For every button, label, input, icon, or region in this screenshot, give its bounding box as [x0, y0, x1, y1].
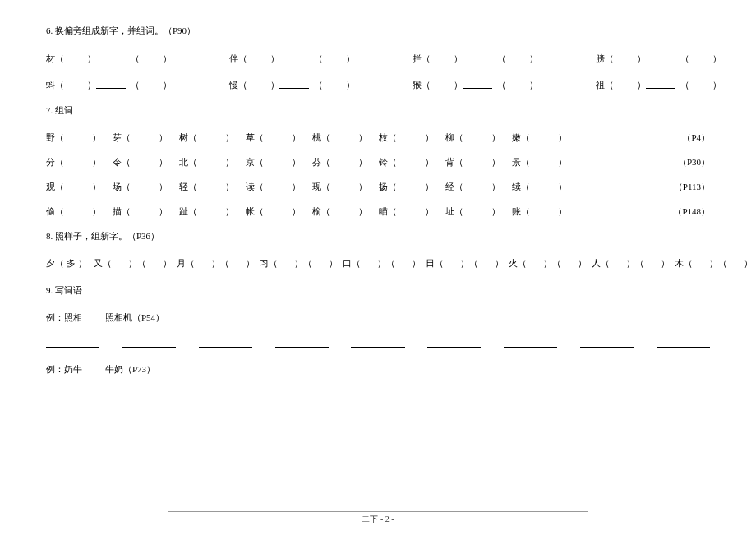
q7-item: 草（）: [246, 133, 312, 142]
blank-underline: [646, 81, 675, 89]
q7-item: 账（）: [512, 207, 567, 216]
q7-item: 场（）: [113, 182, 179, 191]
q7-item: 现（）: [312, 182, 379, 191]
q7-title: 7. 组词: [46, 106, 710, 115]
blank-underline: [46, 391, 99, 399]
q6-item: 蚪（）（）: [46, 80, 172, 90]
q7-item: 偷（）: [46, 207, 113, 216]
q8-item: 日（）（）: [421, 258, 504, 268]
blank-underline: [279, 54, 309, 62]
blank-underline: [122, 391, 176, 399]
blank-underline: [580, 391, 634, 399]
q7-item: 嫩（）: [512, 133, 567, 142]
blank-underline: [504, 391, 557, 399]
blank-underline: [275, 339, 329, 348]
q7-row: 观（）场（）轻（）读（）现（）扬（）经（）续（）（P113）: [46, 182, 710, 191]
q7-item: 瞄（）: [379, 207, 445, 216]
q7-item: 枝（）: [379, 133, 445, 142]
q8-item: 月（）（）: [172, 258, 255, 268]
q7-item: 铃（）: [379, 158, 445, 167]
q7-item: 扬（）: [379, 182, 445, 191]
q6-item: 猴（）（）: [385, 80, 538, 90]
q8-item: 又（）（）: [89, 258, 172, 268]
q7-item: 桃（）: [312, 133, 379, 142]
blank-underline: [279, 81, 309, 89]
q7-item: 芽（）: [113, 133, 179, 142]
q7-item: 读（）: [246, 182, 312, 191]
blank-underline: [275, 391, 329, 399]
q7-row: 偷（）描（）趾（）帐（）榆（）瞄（）址（）账（）（P148）: [46, 207, 710, 216]
q9-example-2: 例：奶牛牛奶（P73）: [46, 365, 710, 374]
q7-row: 野（）芽（）树（）草（）桃（）枝（）柳（）嫩（）（P4）: [46, 133, 710, 142]
q6-item: 伴（）（）: [201, 53, 355, 63]
q7-item: 树（）: [179, 133, 246, 142]
blank-underline: [199, 391, 252, 399]
q7-item: 野（）: [46, 133, 113, 142]
blank-underline: [122, 339, 176, 348]
q8-row: 夕（ 多 ） 又（）（）月（）（）习（）（）口（）（）日（）（）火（）（）人（）…: [46, 259, 710, 268]
q7-row: 分（）令（）北（）京（）芬（）铃（）背（）景（）（P30）: [46, 158, 710, 167]
q7-item: 北（）: [179, 158, 246, 167]
q7-item: 续（）: [512, 182, 567, 191]
q8-item: 口（）（）: [338, 258, 421, 268]
q7-item: 榆（）: [312, 207, 379, 216]
blank-underline: [46, 339, 99, 348]
blank-underline: [199, 339, 252, 348]
q7-item: 京（）: [246, 158, 312, 167]
page-ref: （P113）: [674, 182, 710, 191]
blank-underline: [657, 391, 710, 399]
blank-underline: [646, 54, 675, 62]
q8-title: 8. 照样子，组新字。（P36）: [46, 232, 710, 241]
q7-item: 址（）: [445, 207, 512, 216]
q6-row-2: 蚪（）（） 慢（）（） 猴（）（） 祖（）（）: [46, 80, 710, 90]
blank-underline: [463, 54, 492, 62]
blank-underline: [504, 339, 557, 348]
q9-title: 9. 写词语: [46, 286, 710, 295]
q8-item: 火（）（）: [504, 258, 587, 268]
page-ref: （P4）: [682, 133, 710, 142]
q7-item: 趾（）: [179, 207, 246, 216]
q7-item: 经（）: [445, 182, 512, 191]
blank-underline: [427, 339, 481, 348]
blank-underline: [351, 339, 404, 348]
blank-underline: [427, 391, 481, 399]
q7-item: 帐（）: [246, 207, 312, 216]
q7-item: 芬（）: [312, 158, 379, 167]
q6-item: 膀（）（）: [568, 53, 721, 63]
q8-item: 习（）（）: [255, 258, 338, 268]
q7-item: 描（）: [113, 207, 179, 216]
page-footer: 二下 - 2 -: [0, 511, 756, 523]
q6-row-1: 材（）（） 伴（）（） 拦（）（） 膀（）（）: [46, 53, 710, 63]
q8-item: 木（）（）: [670, 258, 753, 268]
page-ref: （P30）: [678, 158, 710, 167]
q7-item: 分（）: [46, 158, 113, 167]
q8-item: 人（）（）: [587, 258, 670, 268]
blank-underline: [351, 391, 404, 399]
blank-underline: [96, 54, 126, 62]
q6-title: 6. 换偏旁组成新字，并组词。（P90）: [46, 26, 710, 35]
q9-blanks-2: [46, 390, 710, 399]
blank-underline: [580, 339, 634, 348]
blank-underline: [657, 339, 710, 348]
q7-item: 景（）: [512, 158, 567, 167]
q7-item: 观（）: [46, 182, 113, 191]
q6-item: 材（）（）: [46, 53, 172, 63]
q8-example: 夕（ 多 ）: [46, 258, 87, 268]
q6-item: 拦（）（）: [385, 53, 538, 63]
page-number: 二下 - 2 -: [0, 515, 756, 523]
q7-item: 令（）: [113, 158, 179, 167]
q9-example-1: 例：照相照相机（P54）: [46, 313, 710, 322]
blank-underline: [96, 81, 126, 89]
q6-item: 慢（）（）: [201, 80, 355, 90]
q9-blanks-1: [46, 339, 710, 347]
blank-underline: [463, 81, 492, 89]
page-ref: （P148）: [673, 207, 710, 216]
q7-item: 轻（）: [179, 182, 246, 191]
q6-item: 祖（）（）: [568, 80, 721, 90]
q7-item: 柳（）: [445, 133, 512, 142]
q7-item: 背（）: [445, 158, 512, 167]
